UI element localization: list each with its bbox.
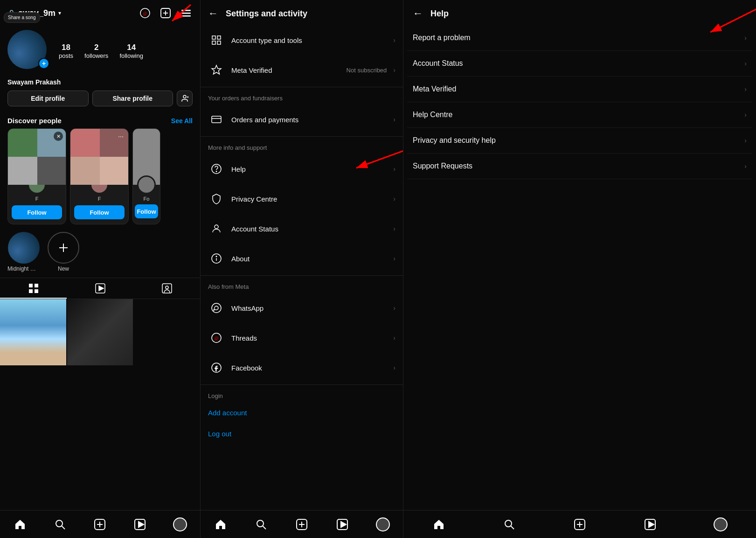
edit-profile-button[interactable]: Edit profile	[7, 91, 89, 106]
svg-rect-21	[162, 284, 172, 293]
help-back-btn[interactable]: ←	[413, 7, 423, 20]
story-new[interactable]: New	[48, 232, 79, 272]
help-panel: ← Help Report a problem › Account Status…	[403, 0, 756, 538]
settings-facebook[interactable]: Facebook ›	[201, 353, 403, 383]
settings-about[interactable]: About ›	[201, 244, 403, 273]
help-nav-profile[interactable]	[711, 515, 730, 534]
settings-nav-search[interactable]	[252, 515, 270, 534]
settings-list: Account type and tools › Meta Verified N…	[201, 25, 403, 510]
help-meta-verified-chevron: ›	[744, 85, 747, 93]
post-cell-1[interactable]	[0, 299, 66, 365]
nav-profile[interactable]	[171, 515, 189, 534]
tab-grid[interactable]	[0, 278, 67, 299]
settings-nav-avatar	[376, 517, 390, 531]
divider-3	[201, 275, 403, 276]
profile-actions: Edit profile Share profile	[0, 91, 200, 113]
section-meta: Also from Meta	[201, 278, 403, 293]
see-all-link[interactable]: See All	[171, 117, 193, 125]
settings-log-out[interactable]: Log out	[201, 423, 403, 444]
nav-add[interactable]	[90, 515, 109, 534]
help-item-support[interactable]: Support Requests ›	[407, 154, 752, 179]
card-follow-btn-2[interactable]: Follow	[74, 205, 125, 219]
menu-icon-btn[interactable]	[180, 7, 193, 20]
section-login: Login	[201, 387, 403, 402]
card-close-1[interactable]: ✕	[54, 132, 63, 141]
help-item-account-status[interactable]: Account Status ›	[407, 51, 752, 77]
following-stat[interactable]: 14 following	[119, 43, 143, 59]
posts-stat[interactable]: 18 posts	[59, 43, 73, 59]
share-song-bubble: Share a song	[4, 12, 40, 23]
settings-help[interactable]: Help ›	[201, 154, 403, 184]
card-img-1d	[37, 157, 66, 185]
tab-tagged[interactable]	[133, 278, 200, 299]
card-dots-2[interactable]: ···	[116, 132, 125, 141]
svg-rect-18	[35, 289, 38, 293]
svg-text:@: @	[143, 11, 147, 16]
help-bottom-nav	[403, 510, 756, 538]
help-centre-chevron: ›	[744, 111, 747, 119]
svg-rect-5	[181, 10, 191, 11]
followers-stat[interactable]: 2 followers	[84, 43, 108, 59]
avatar-add-btn[interactable]: +	[38, 58, 49, 69]
meta-verified-chevron: ›	[393, 66, 395, 74]
nav-profile-avatar	[173, 517, 187, 531]
svg-point-38	[216, 171, 216, 172]
svg-rect-16	[35, 284, 38, 287]
nav-home[interactable]	[11, 515, 29, 534]
help-chevron: ›	[393, 165, 395, 173]
card-follow-btn-1[interactable]: Follow	[12, 205, 62, 219]
help-nav-reels[interactable]	[641, 515, 659, 534]
card-follow-btn-3[interactable]: Follow	[135, 204, 158, 218]
card-avatar-3	[137, 175, 156, 194]
account-tools-chevron: ›	[393, 36, 395, 44]
settings-account-tools[interactable]: Account type and tools ›	[201, 25, 403, 55]
facebook-icon	[208, 359, 225, 376]
svg-point-41	[215, 225, 218, 229]
nav-reels[interactable]	[131, 515, 149, 534]
help-nav-add[interactable]	[570, 515, 589, 534]
help-nav-home[interactable]	[430, 515, 448, 534]
threads-icon: @	[208, 329, 225, 346]
orders-label: Orders and payments	[231, 116, 387, 124]
add-post-icon-btn[interactable]	[159, 7, 172, 20]
discover-title: Discover people	[7, 117, 62, 125]
whatsapp-icon	[208, 300, 225, 316]
post-cell-2[interactable]	[67, 299, 133, 365]
settings-nav-home[interactable]	[211, 515, 230, 534]
about-chevron: ›	[393, 255, 395, 262]
story-item-1[interactable]: Midnight Musin...	[7, 232, 40, 272]
help-nav-search[interactable]	[500, 515, 519, 534]
help-item-privacy[interactable]: Privacy and security help ›	[407, 128, 752, 154]
settings-orders[interactable]: Orders and payments ›	[201, 105, 403, 134]
account-status-label: Account Status	[231, 225, 387, 233]
discover-card-1: ✕ F Follow	[7, 128, 66, 224]
add-person-button[interactable]	[177, 91, 193, 106]
svg-marker-55	[341, 522, 346, 527]
settings-account-status[interactable]: Account Status ›	[201, 214, 403, 244]
help-item-help-centre[interactable]: Help Centre ›	[407, 102, 752, 128]
threads-icon-btn[interactable]: @	[139, 7, 152, 20]
help-account-status-chevron: ›	[744, 60, 747, 67]
settings-meta-verified[interactable]: Meta Verified Not subscribed ›	[201, 55, 403, 85]
settings-nav-profile[interactable]	[374, 515, 392, 534]
section-more: More info and support	[201, 139, 403, 154]
threads-chevron: ›	[393, 334, 395, 342]
settings-panel: ← Settings and activity Account type and…	[201, 0, 403, 538]
about-label: About	[231, 255, 387, 263]
tab-reels[interactable]	[67, 278, 133, 299]
svg-line-50	[263, 526, 266, 529]
settings-back-btn[interactable]: ←	[208, 7, 218, 20]
settings-threads[interactable]: @ Threads ›	[201, 323, 403, 353]
settings-privacy[interactable]: Privacy Centre ›	[201, 184, 403, 214]
header-icons: @	[139, 7, 193, 20]
settings-add-account[interactable]: Add account	[201, 402, 403, 423]
settings-whatsapp[interactable]: WhatsApp ›	[201, 293, 403, 323]
privacy-icon	[208, 190, 225, 207]
settings-nav-reels[interactable]	[333, 515, 352, 534]
share-profile-button[interactable]: Share profile	[92, 91, 173, 106]
profile-name: Swayam Prakash	[0, 77, 200, 91]
help-item-report[interactable]: Report a problem ›	[407, 25, 752, 51]
help-item-meta-verified[interactable]: Meta Verified ›	[407, 77, 752, 102]
settings-nav-add[interactable]	[292, 515, 311, 534]
nav-search[interactable]	[51, 515, 69, 534]
